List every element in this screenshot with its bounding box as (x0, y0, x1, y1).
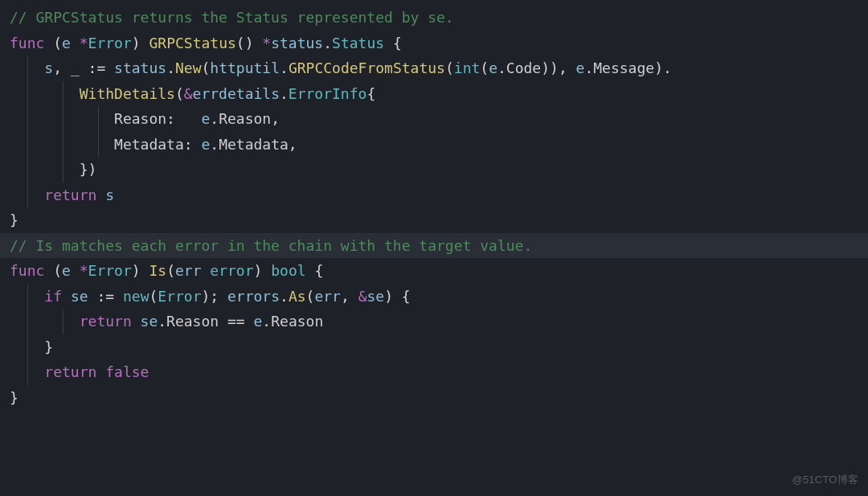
code-token (80, 59, 88, 76)
indent-guide (27, 334, 28, 360)
code-token: . (210, 110, 219, 127)
code-token: { (306, 262, 324, 279)
code-line[interactable]: if se := new(Error); errors.As(err, &se)… (0, 284, 868, 309)
indent-guide (63, 106, 63, 132)
code-token: Reason (271, 313, 323, 330)
code-token: ErrorInfo (289, 85, 367, 102)
code-token: , (271, 110, 280, 127)
code-token: ) (132, 35, 149, 51)
code-token (245, 313, 254, 330)
code-line[interactable]: } (0, 207, 868, 233)
code-token: * (80, 262, 88, 279)
code-token: . (280, 288, 289, 305)
code-token: ) { (384, 288, 411, 305)
code-token: GRPCCodeFromStatus (289, 59, 445, 76)
code-token: ( (445, 59, 454, 76)
code-token: WithDetails (80, 85, 175, 102)
code-token: & (358, 288, 367, 305)
code-line[interactable]: WithDetails(&errdetails.ErrorInfo{ (0, 81, 868, 107)
code-token: s (44, 59, 53, 76)
code-token (96, 187, 105, 203)
code-token: func (10, 35, 44, 51)
code-token: ( (202, 59, 211, 76)
watermark-label: @51CTO博客 (792, 471, 858, 490)
code-line[interactable]: }) (0, 157, 868, 182)
code-token: new (123, 288, 149, 305)
indent-guide (27, 157, 28, 182)
code-token: Reason (114, 110, 166, 127)
code-token: err (175, 262, 202, 279)
code-token: } (10, 338, 53, 355)
code-token: Error (158, 288, 201, 305)
code-line[interactable]: Reason: e.Reason, (0, 106, 868, 132)
code-token (105, 59, 114, 76)
code-token: . (280, 59, 289, 76)
code-line[interactable]: } (0, 385, 868, 411)
code-line[interactable]: return s (0, 182, 868, 208)
code-token (96, 363, 105, 380)
code-token: . (166, 59, 175, 76)
code-token: } (10, 389, 18, 406)
code-token: := (88, 59, 106, 76)
code-token: . (584, 59, 593, 76)
code-token: status (271, 35, 323, 51)
code-token: e (201, 110, 210, 127)
code-line[interactable]: func (e *Error) GRPCStatus() *status.Sta… (0, 31, 868, 56)
code-line[interactable]: s, _ := status.New(httputil.GRPCCodeFrom… (0, 55, 868, 81)
code-token: == (227, 313, 245, 330)
code-token: . (158, 313, 166, 330)
indent-guide (63, 81, 63, 107)
code-token: Message (593, 59, 654, 76)
code-token: . (323, 35, 332, 51)
code-token: // GRPCStatus returns the Status represe… (10, 9, 454, 26)
indent-guide (27, 55, 28, 81)
code-token: ( (149, 288, 158, 305)
code-line[interactable]: func (e *Error) Is(err error) bool { (0, 258, 868, 284)
code-token: s (105, 187, 114, 203)
code-token: se (141, 313, 158, 330)
indent-guide (27, 182, 28, 208)
code-token: . (280, 85, 289, 102)
code-token: . (262, 313, 271, 330)
code-token: e (254, 313, 263, 330)
code-token: ( (306, 288, 315, 305)
code-line[interactable]: Metadata: e.Metadata, (0, 132, 868, 158)
code-line[interactable]: return false (0, 359, 868, 385)
code-token: ) (132, 262, 149, 279)
code-line[interactable]: } (0, 334, 868, 360)
indent-guide (27, 284, 28, 309)
code-token: bool (271, 262, 305, 279)
code-line[interactable]: return se.Reason == e.Reason (0, 309, 868, 334)
code-token: { (384, 35, 402, 51)
code-token: * (262, 35, 271, 51)
indent-guide (27, 132, 28, 158)
code-token: { (366, 85, 375, 102)
code-line[interactable]: // GRPCStatus returns the Status represe… (0, 5, 868, 31)
code-token: & (184, 85, 193, 102)
code-token: ) (254, 262, 272, 279)
code-token: Code (506, 59, 541, 76)
code-token: Reason (166, 313, 219, 330)
code-token: ). (654, 59, 672, 76)
code-token: Metadata (219, 136, 289, 153)
code-token: false (105, 363, 149, 380)
indent-guide (63, 309, 63, 334)
code-token: return (44, 363, 96, 380)
code-token: errdetails (193, 85, 280, 102)
indent-guide (98, 106, 99, 132)
code-token: ( (44, 35, 62, 51)
code-token (219, 313, 227, 330)
code-token: ( (166, 262, 175, 279)
code-token (88, 288, 97, 305)
code-token: Status (332, 35, 384, 51)
code-token (114, 288, 123, 305)
code-token: . (210, 136, 219, 153)
code-token: () (236, 35, 263, 51)
code-token: return (80, 313, 132, 330)
code-token: := (96, 288, 114, 305)
code-editor[interactable]: // GRPCStatus returns the Status represe… (0, 5, 868, 410)
code-token: , (53, 59, 71, 76)
code-token: int (454, 59, 481, 76)
code-line[interactable]: // Is matches each error in the chain wi… (0, 233, 868, 259)
code-token: : (166, 110, 201, 127)
